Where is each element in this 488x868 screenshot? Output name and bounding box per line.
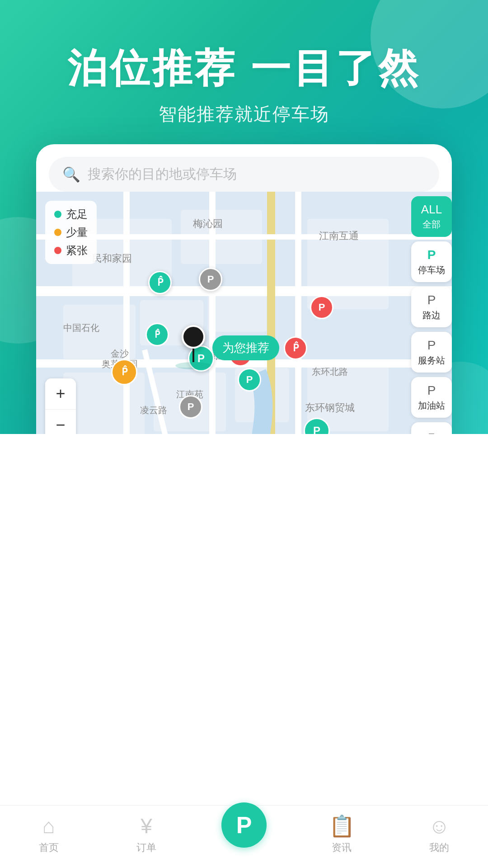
zoom-in-button[interactable]: + [45,378,76,409]
nav-label-order: 订单 [136,841,156,854]
pin-gray-2[interactable]: P [179,395,202,419]
order-icon: ¥ [141,814,152,838]
nav-item-mine[interactable]: ☺ 我的 [390,814,488,854]
zoom-controls: + − [45,378,76,434]
hero-blob-top [371,0,488,108]
map-card: 🔍 搜索你的目的地或停车场 [36,144,452,434]
nav-item-order[interactable]: ¥ 订单 [98,814,195,854]
filter-btn-roadside[interactable]: P 路边 [411,287,452,327]
hero-title: 泊位推荐 一目了然 [67,45,421,91]
map-card-wrapper: 🔍 搜索你的目的地或停车场 [36,144,452,434]
filter-btn-traffic[interactable]: ≡ 路况查询 [411,422,452,434]
svg-text:江南互通: 江南互通 [319,230,359,241]
pin-green-1[interactable]: P̂ [148,271,172,294]
legend-dot-sufficient [54,211,61,218]
bottom-nav: ⌂ 首页 ¥ 订单 P 📋 资讯 ☺ 我的 [0,805,488,868]
pin-green-5[interactable]: P̂ [145,323,169,346]
filter-btn-gas[interactable]: P 加油站 [411,377,452,418]
legend-label-sufficient: 充足 [66,207,88,222]
legend-label-tight: 紧张 [66,243,88,258]
svg-rect-5 [208,291,267,332]
filter-icon-all: ALL [421,203,442,217]
nav-label-mine: 我的 [429,841,449,854]
svg-text:东环北路: 东环北路 [312,367,348,377]
filter-label-service: 服务站 [418,354,445,367]
legend-tight: 紧张 [54,243,88,258]
filter-icon-roadside: P [427,293,436,307]
nav-item-parking[interactable]: P [195,821,293,848]
zoom-out-button[interactable]: − [45,410,76,434]
nav-label-home: 首页 [39,841,59,854]
filter-label-parking: 停车场 [418,264,445,276]
pin-green-3[interactable]: P [238,368,261,392]
legend-few: 少量 [54,225,88,240]
pin-red-2[interactable]: P̂ [284,336,307,360]
parking-center-icon: P [236,811,252,839]
svg-text:凌云路: 凌云路 [140,405,167,415]
nav-item-news[interactable]: 📋 资讯 [293,814,390,854]
map-background: 民和家园 梅沁园 江南互通 中国石化 金沙 奥莱公园 东环北路 东环钢贸城 梅江… [36,192,452,434]
filter-btn-all[interactable]: ALL 全部 [411,196,452,237]
legend-dot-tight [54,247,61,254]
search-placeholder: 搜索你的目的地或停车场 [88,165,237,184]
pin-gray-1[interactable]: P [199,268,222,291]
search-icon: 🔍 [62,166,80,183]
map-legend: 充足 少量 紧张 [45,201,97,264]
filter-icon-traffic: ≡ [428,429,435,434]
filter-label-gas: 加油站 [418,400,445,412]
filter-label-all: 全部 [422,218,441,231]
filter-icon-service: P [427,338,436,353]
legend-dot-few [54,229,61,236]
svg-text:梅沁园: 梅沁园 [192,218,223,229]
svg-text:东环钢贸城: 东环钢贸城 [305,402,355,413]
hero-subtitle: 智能推荐就近停车场 [159,102,329,127]
svg-text:中国石化: 中国石化 [63,323,99,333]
pin-red-1[interactable]: P [310,296,333,319]
nav-item-home[interactable]: ⌂ 首页 [0,814,98,854]
recommendation-label: 为您推荐 [212,335,279,360]
legend-label-few: 少量 [66,225,88,240]
filter-label-roadside: 路边 [422,309,441,321]
filter-btn-parking[interactable]: P 停车场 [411,241,452,282]
nav-label-news: 资讯 [332,841,352,854]
pin-yellow-1[interactable]: P̂ [111,359,137,385]
search-bar[interactable]: 🔍 搜索你的目的地或停车场 [49,157,439,192]
map-area[interactable]: 民和家园 梅沁园 江南互通 中国石化 金沙 奥莱公园 东环北路 东环钢贸城 梅江… [36,192,452,434]
news-icon: 📋 [329,814,355,838]
filter-sidebar: ALL 全部 P 停车场 P 路边 P 服务站 [411,196,452,434]
filter-icon-gas: P [427,383,436,398]
parking-center-button[interactable]: P [221,802,267,848]
svg-text:民和家园: 民和家园 [92,253,132,264]
home-icon: ⌂ [42,814,55,838]
filter-icon-parking: P [427,248,436,262]
svg-text:金沙: 金沙 [111,349,129,359]
mine-icon: ☺ [429,814,450,838]
hero-section: 泊位推荐 一目了然 智能推荐就近停车场 🔍 搜索你的目的地或停车场 [0,0,488,434]
main-location-pin [175,325,211,369]
legend-sufficient: 充足 [54,207,88,222]
filter-btn-service[interactable]: P 服务站 [411,332,452,373]
